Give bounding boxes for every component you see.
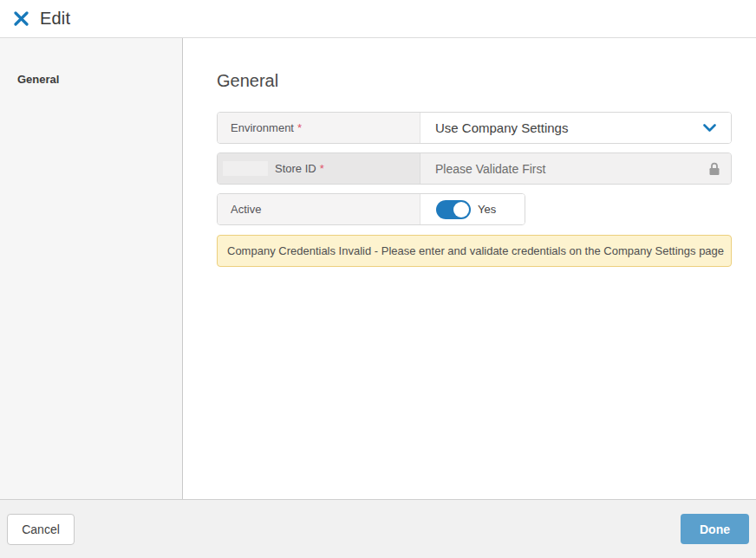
active-toggle-area: Yes — [420, 194, 525, 224]
sidebar-nav: General — [0, 38, 183, 499]
environment-selected-value: Use Company Settings — [435, 120, 568, 135]
cancel-button[interactable]: Cancel — [7, 514, 75, 545]
store-id-label: Store ID* — [218, 153, 420, 184]
toggle-knob — [453, 202, 469, 217]
dialog-body: General General Environment* Use Company… — [0, 38, 756, 499]
warning-banner: Company Credentials Invalid - Please ent… — [217, 235, 732, 267]
store-id-field-row: Store ID* Please Validate First — [217, 152, 732, 185]
close-button[interactable] — [9, 7, 33, 31]
warning-message: Company Credentials Invalid - Please ent… — [227, 244, 724, 257]
required-marker: * — [320, 162, 324, 175]
store-id-placeholder: Please Validate First — [435, 162, 545, 176]
redacted-text-block — [223, 161, 268, 176]
store-id-input-locked: Please Validate First — [420, 153, 731, 184]
general-form: Environment* Use Company Settings — [217, 112, 732, 267]
required-marker: * — [297, 121, 302, 134]
environment-field-row: Environment* Use Company Settings — [217, 112, 732, 144]
environment-label: Environment* — [218, 113, 420, 143]
active-field-row: Active Yes — [217, 193, 525, 225]
edit-dialog: Edit General General Environment* Use Co… — [0, 0, 756, 558]
active-label: Active — [218, 194, 420, 224]
dialog-title: Edit — [40, 9, 70, 29]
environment-select[interactable]: Use Company Settings — [420, 113, 731, 143]
main-panel: General Environment* Use Company Setting… — [183, 38, 756, 499]
store-id-label-text: Store ID — [275, 162, 316, 175]
done-button[interactable]: Done — [681, 514, 749, 544]
active-toggle-state: Yes — [478, 203, 496, 216]
active-label-text: Active — [231, 203, 261, 216]
environment-label-text: Environment — [231, 121, 294, 134]
sidebar-item-general[interactable]: General — [17, 73, 182, 86]
dialog-footer: Cancel Done — [0, 499, 756, 558]
close-icon — [14, 11, 29, 26]
chevron-down-icon — [703, 124, 716, 133]
lock-icon — [708, 162, 720, 176]
dialog-header: Edit — [0, 0, 756, 38]
active-toggle-switch[interactable] — [436, 200, 471, 219]
section-heading: General — [217, 69, 733, 92]
